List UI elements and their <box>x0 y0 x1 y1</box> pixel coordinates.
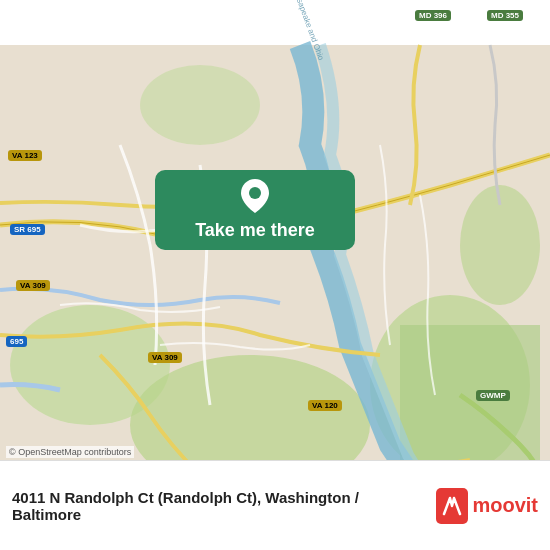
badge-695: 695 <box>6 336 27 347</box>
badge-va309-1: VA 309 <box>16 280 50 291</box>
badge-va120: VA 120 <box>308 400 342 411</box>
map-attribution: © OpenStreetMap contributors <box>6 446 134 458</box>
take-me-there-button[interactable]: Take me there <box>155 170 355 250</box>
svg-point-7 <box>249 187 261 199</box>
moovit-logo: moovit <box>436 488 538 524</box>
badge-md355: MD 355 <box>487 10 523 21</box>
badge-sr695: SR 695 <box>10 224 45 235</box>
location-pin-icon <box>241 179 269 216</box>
badge-md396: MD 396 <box>415 10 451 21</box>
badge-gwmp: GWMP <box>476 390 510 401</box>
bottom-bar: 4011 N Randolph Ct (Randolph Ct), Washin… <box>0 460 550 550</box>
svg-point-5 <box>140 65 260 145</box>
address-section: 4011 N Randolph Ct (Randolph Ct), Washin… <box>12 489 426 523</box>
badge-va123: VA 123 <box>8 150 42 161</box>
address-line1: 4011 N Randolph Ct (Randolph Ct), Washin… <box>12 489 426 506</box>
moovit-icon <box>436 488 468 524</box>
address-line2: Baltimore <box>12 506 426 523</box>
button-label: Take me there <box>195 220 315 241</box>
moovit-text: moovit <box>472 494 538 517</box>
badge-va309-2: VA 309 <box>148 352 182 363</box>
